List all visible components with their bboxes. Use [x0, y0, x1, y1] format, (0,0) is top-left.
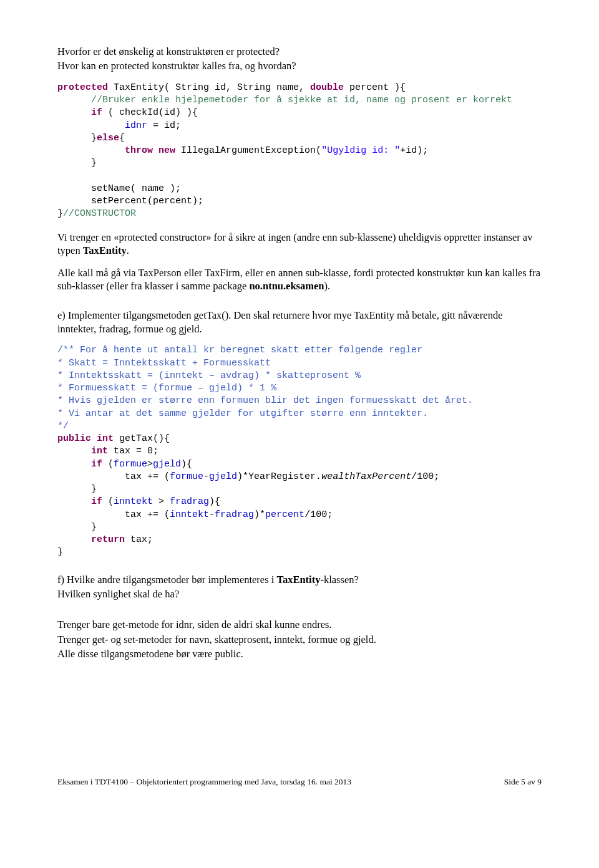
intro-line-2: Hvor kan en protected konstruktør kalles…	[57, 59, 542, 72]
field-inntekt: inntekt	[114, 496, 153, 507]
page: Hvorfor er det ønskelig at konstruktøren…	[0, 0, 599, 811]
footer-right: Side 5 av 9	[504, 777, 542, 787]
kw-if: if	[91, 459, 102, 470]
kw-new: new	[158, 145, 175, 156]
section-f-line-2: Hvilken synlighet skal de ha?	[57, 587, 542, 600]
kw-if: if	[91, 496, 102, 507]
comment: //Bruker enkle hjelpemetoder for å sjekk…	[91, 95, 512, 105]
kw-return: return	[91, 534, 125, 545]
section-f-line-1: f) Hvilke andre tilgangsmetoder bør impl…	[57, 573, 542, 586]
doc-line: * Skatt = Inntektsskatt + Formuesskatt	[57, 358, 271, 369]
page-footer: Eksamen i TDT4100 – Objektorientert prog…	[57, 777, 542, 787]
doc-line: */	[57, 421, 69, 432]
field-formue: formue	[114, 459, 147, 470]
doc-line: * Hvis gjelden er større enn formuen bli…	[57, 395, 473, 406]
kw-int: int	[91, 446, 108, 456]
kw-else: else	[97, 133, 119, 143]
field-percent: percent	[265, 509, 304, 520]
code-block-constructor: protected TaxEntity( String id, String n…	[57, 82, 542, 221]
field-fradrag: fradrag	[170, 496, 209, 507]
answer-line-3: Alle disse tilgangsmetodene bør være pub…	[57, 647, 542, 660]
intro-line-1: Hvorfor er det ønskelig at konstruktøren…	[57, 45, 542, 58]
footer-left: Eksamen i TDT4100 – Objektorientert prog…	[57, 777, 351, 786]
doc-line: * Vi antar at det samme gjelder for utgi…	[57, 408, 428, 419]
explanation-2: Alle kall må gå via TaxPerson eller TaxF…	[57, 266, 542, 293]
kw-throw: throw	[125, 145, 153, 156]
string-literal: "Ugyldig id: "	[321, 145, 400, 156]
answer-line-2: Trenger get- og set-metoder for navn, sk…	[57, 633, 542, 646]
kw-double: double	[310, 82, 344, 93]
kw-int: int	[97, 433, 114, 444]
doc-line: * Formuesskatt = (formue – gjeld) * 1 %	[57, 383, 276, 393]
kw-protected: protected	[57, 82, 108, 93]
doc-line: /** For å hente ut antall kr beregnet sk…	[57, 345, 422, 355]
field-gjeld: gjeld	[153, 459, 181, 470]
field-idnr: idnr	[125, 120, 147, 131]
comment-constructor: //CONSTRUCTOR	[63, 208, 136, 219]
doc-line: * Inntektsskatt = (inntekt – avdrag) * s…	[57, 370, 361, 381]
section-e: e) Implementer tilgangsmetoden getTax().…	[57, 309, 542, 335]
kw-if: if	[91, 107, 102, 118]
static-wealthtaxpercent: wealthTaxPercent	[321, 471, 411, 482]
explanation-1: Vi trenger en «protected constructor» fo…	[57, 231, 542, 258]
answer-line-1: Trenger bare get-metode for idnr, siden …	[57, 618, 542, 631]
kw-public: public	[57, 433, 91, 444]
code-block-gettax: /** For å hente ut antall kr beregnet sk…	[57, 344, 542, 559]
